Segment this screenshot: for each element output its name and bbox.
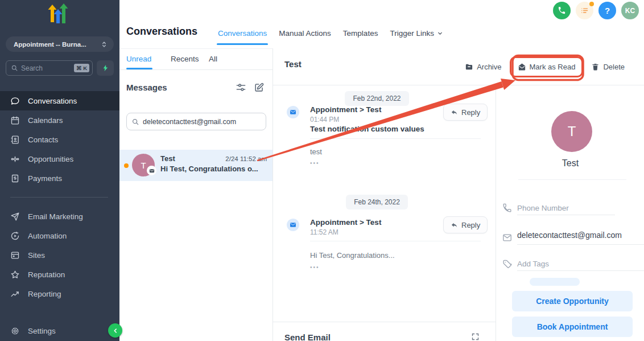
archive-button[interactable]: Archive [465,63,501,71]
create-opportunity-button[interactable]: Create Opportunity [512,291,633,311]
sidebar-item-reputation[interactable]: Reputation [0,265,119,284]
mark-as-read-label: Mark as Read [530,63,576,71]
sidebar-item-automation[interactable]: Automation [0,226,119,245]
compose-icon[interactable] [254,82,265,93]
composer-bar[interactable]: Send Email [273,322,496,341]
message-timestamp: 2/24 11:52 am [225,155,267,162]
sidebar-item-conversations[interactable]: Conversations [0,91,119,110]
messages-search-input[interactable] [143,118,261,126]
phone-number-field[interactable] [517,201,615,215]
envelope-icon [290,221,296,228]
topbar-icons: ? KC [553,2,639,19]
highlight-box: Mark as Read [510,56,584,77]
contact-avatar-large: T [551,111,592,152]
delete-button[interactable]: Delete [591,63,625,71]
mark-as-read-button[interactable]: Mark as Read [518,63,576,71]
tab-templates[interactable]: Templates [343,29,378,38]
sidebar-item-label: Reputation [28,270,65,279]
conversation-list-item[interactable]: T Test 2/24 11:52 am Hi Test, Congratula… [119,150,273,181]
question-mark-icon: ? [605,6,610,15]
show-more-ellipsis[interactable]: ••• [310,160,320,166]
sidebar-item-label: Contacts [28,135,58,144]
phone-dialer-button[interactable] [553,2,571,19]
reply-label: Reply [461,221,480,229]
message-sender: Appointment > Test [310,218,381,227]
sidebar-item-label: Calendars [28,116,63,125]
expand-icon[interactable] [471,332,480,341]
tasks-button[interactable] [576,2,593,19]
gear-icon [10,326,20,336]
conversation-thread: Feb 22nd, 2022 Appointment > Test Reply … [273,85,496,322]
message-time: 01:44 PM [310,116,339,124]
channel-badge [147,166,156,175]
messages-panel: Unread Recents All Messages T Test [119,48,273,341]
sidebar-item-contacts[interactable]: Contacts [0,130,119,149]
trend-icon [10,289,20,299]
user-avatar[interactable]: KC [621,2,639,19]
chat-icon [10,96,20,106]
sidebar-item-reporting[interactable]: Reporting [0,284,119,303]
tab-conversations[interactable]: Conversations [218,29,267,38]
tab-recents[interactable]: Recents [171,55,199,63]
reply-button[interactable]: Reply [443,216,488,233]
sidebar-item-calendars[interactable]: Calendars [0,110,119,130]
search-shortcut-badge: ⌘ K [74,64,89,72]
calendar-icon [10,116,20,125]
sidebar-search-input[interactable] [21,64,71,72]
lightning-bolt-icon [102,64,109,72]
sidebar-search[interactable]: ⌘ K [6,60,93,76]
tab-all[interactable]: All [209,55,217,63]
sidebar-item-label: Sites [28,251,45,260]
highlevel-logo [45,3,71,26]
active-tab-underline [126,68,152,69]
tab-unread[interactable]: Unread [126,55,151,63]
payments-icon [10,174,20,183]
add-tags-field[interactable] [517,257,644,271]
sidebar-item-label: Automation [28,232,67,240]
reply-arrow-icon [451,109,458,116]
sidebar-item-label: Settings [28,327,56,335]
envelope-outline-icon [502,233,512,243]
unread-dot [124,163,129,168]
sidebar-item-email-marketing[interactable]: Email Marketing [0,207,119,226]
reply-label: Reply [461,108,480,117]
trash-icon [591,63,600,71]
book-appointment-button[interactable]: Book Appointment [512,317,633,337]
account-selector-label: Appointment -- Burna... [14,41,100,48]
show-more-ellipsis[interactable]: ••• [310,264,320,270]
messages-search[interactable] [126,113,266,130]
email-channel-icon [287,219,299,231]
header-tabs: Conversations Manual Actions Templates T… [218,29,443,38]
opportunities-icon [10,154,20,164]
search-icon [11,64,18,72]
chevron-left-icon [112,327,119,334]
messages-tabs: Unread Recents All [119,49,273,70]
conversation-header: Test Archive Mark as Read Delete [273,48,644,85]
help-button[interactable]: ? [598,2,616,19]
sidebar-item-sites[interactable]: Sites [0,245,119,265]
contact-divider [518,179,626,180]
account-selector[interactable]: Appointment -- Burna... [6,36,114,52]
date-separator: Feb 24th, 2022 [273,195,481,209]
sidebar: Appointment -- Burna... ⌘ K Conversation… [0,0,119,341]
envelope-icon [149,168,155,174]
contact-panel: T Test deletecontacttest@gmail.com Creat… [496,85,644,341]
sidebar-item-settings[interactable]: Settings [0,321,119,340]
checklist-icon [580,6,589,15]
envelope-icon [290,109,296,116]
delete-label: Delete [603,63,625,71]
reply-arrow-icon [451,221,458,229]
quick-actions-button[interactable] [97,60,114,76]
tab-manual-actions[interactable]: Manual Actions [279,29,331,38]
chevron-updown-icon [100,40,108,48]
filter-sliders-icon[interactable] [236,82,246,93]
reply-button[interactable]: Reply [443,104,488,121]
messages-heading-icons [236,82,265,93]
tab-trigger-links[interactable]: Trigger Links [390,29,443,38]
sidebar-item-payments[interactable]: Payments [0,169,119,188]
sidebar-collapse-button[interactable] [108,323,122,338]
sidebar-item-opportunities[interactable]: Opportunities [0,149,119,169]
page-title: Conversations [126,26,197,38]
sidebar-item-label: Conversations [28,97,77,105]
contact-email-field[interactable]: deletecontacttest@gmail.com [517,231,644,245]
